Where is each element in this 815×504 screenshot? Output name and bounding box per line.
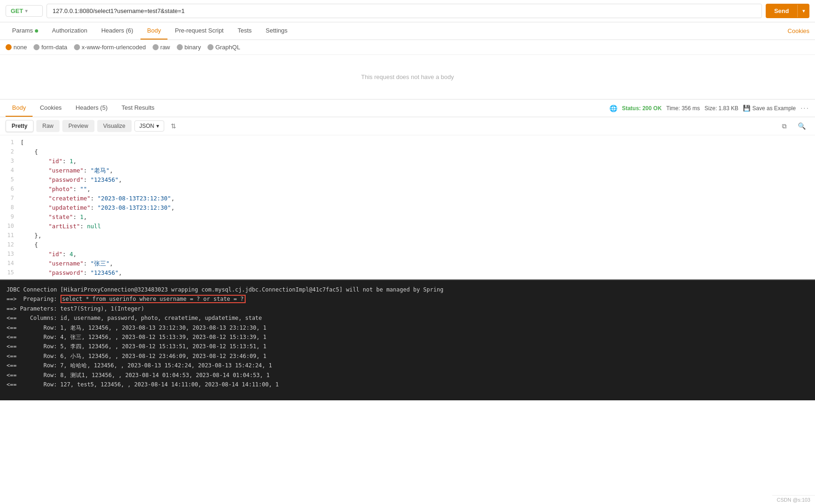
log-line: <== Row: 7, 哈哈哈, 123456, , 2023-08-13 15… — [7, 361, 808, 370]
tab-authorization[interactable]: Authorization — [46, 22, 94, 40]
body-type-raw[interactable]: raw — [153, 44, 170, 51]
log-line: <== Row: 4, 张三, 123456, , 2023-08-12 15:… — [7, 332, 808, 342]
copy-icon[interactable]: ⧉ — [778, 120, 790, 132]
view-visualize-button[interactable]: Visualize — [97, 120, 132, 132]
graphql-radio — [207, 44, 214, 50]
save-icon: 💾 — [743, 105, 750, 112]
send-dropdown-icon[interactable]: ▾ — [797, 5, 809, 17]
binary-radio — [177, 44, 183, 50]
time-badge: Time: 356 ms — [666, 105, 700, 112]
code-line: 2 { — [0, 147, 815, 157]
globe-icon: 🌐 — [609, 105, 617, 112]
method-select[interactable]: GET ▾ — [6, 5, 43, 17]
log-line: <== Row: 1, 老马, 123456, , 2023-08-13 23:… — [7, 323, 808, 332]
tab-headers[interactable]: Headers (6) — [95, 22, 140, 40]
code-line: 9 "state": 1, — [0, 212, 815, 222]
code-area: 1[2 {3 "id": 1,4 "username": "老马",5 "pas… — [0, 135, 815, 279]
toolbar-right-icons: ⧉ 🔍 — [778, 120, 809, 132]
tab-params[interactable]: Params — [6, 22, 45, 40]
format-chevron-icon: ▾ — [156, 123, 159, 129]
tab-tests[interactable]: Tests — [231, 22, 258, 40]
code-line: 14 "username": "张三", — [0, 259, 815, 268]
log-line: <== Row: 8, 测试1, 123456, , 2023-08-14 01… — [7, 371, 808, 380]
view-pretty-button[interactable]: Pretty — [6, 120, 33, 132]
resp-tab-test-results[interactable]: Test Results — [115, 99, 161, 117]
log-line: <== Row: 6, 小马, 123456, , 2023-08-12 23:… — [7, 351, 808, 361]
log-line: ==> Parameters: test7(String), 1(Integer… — [7, 304, 808, 313]
log-line: ==> Preparing: select * from userinfo wh… — [7, 294, 808, 304]
response-section: Body Cookies Headers (5) Test Results 🌐 … — [0, 99, 815, 279]
code-line: 15 "password": "123456", — [0, 268, 815, 278]
urlencoded-radio — [74, 44, 80, 50]
method-chevron-icon: ▾ — [25, 8, 27, 13]
top-bar: GET ▾ Send ▾ — [0, 0, 815, 22]
code-line: 16 "photo": "", — [0, 278, 815, 279]
cookies-link[interactable]: Cookies — [788, 27, 809, 34]
status-badge: Status: 200 OK — [622, 105, 661, 112]
body-type-graphql[interactable]: GraphQL — [207, 44, 240, 51]
format-select[interactable]: JSON ▾ — [134, 120, 164, 132]
resp-tab-headers[interactable]: Headers (5) — [69, 99, 114, 117]
save-example-button[interactable]: 💾 Save as Example — [743, 105, 795, 112]
code-line: 3 "id": 1, — [0, 157, 815, 166]
form-data-radio — [33, 44, 40, 50]
resp-tab-cookies[interactable]: Cookies — [33, 99, 68, 117]
resp-tab-body[interactable]: Body — [6, 99, 33, 117]
params-dot — [35, 29, 38, 33]
code-line: 7 "createtime": "2023-08-13T23:12:30", — [0, 194, 815, 203]
nav-tabs: Params Authorization Headers (6) Body Pr… — [0, 22, 815, 40]
code-line: 6 "photo": "", — [0, 185, 815, 194]
tab-settings[interactable]: Settings — [259, 22, 294, 40]
send-button[interactable]: Send ▾ — [766, 4, 809, 18]
tab-body[interactable]: Body — [140, 22, 167, 40]
code-line: 12 { — [0, 240, 815, 250]
more-options-button[interactable]: ··· — [801, 104, 809, 113]
code-line: 11 }, — [0, 231, 815, 240]
log-line: JDBC Connection [HikariProxyConnection@3… — [7, 285, 808, 294]
response-meta: 🌐 Status: 200 OK Time: 356 ms Size: 1.83… — [609, 104, 809, 113]
body-type-bar: none form-data x-www-form-urlencoded raw… — [0, 40, 815, 55]
no-body-message: This request does not have a body — [0, 55, 815, 99]
code-line: 8 "updatetime": "2023-08-13T23:12:30", — [0, 203, 815, 212]
code-line: 10 "artList": null — [0, 222, 815, 231]
size-badge: Size: 1.83 KB — [705, 105, 739, 112]
response-tabs-bar: Body Cookies Headers (5) Test Results 🌐 … — [0, 99, 815, 117]
none-radio — [6, 44, 12, 50]
console-section: JDBC Connection [HikariProxyConnection@3… — [0, 279, 815, 400]
view-toolbar: Pretty Raw Preview Visualize JSON ▾ ⇅ ⧉ … — [0, 117, 815, 135]
sql-highlight: select * from userinfo where username = … — [60, 295, 246, 303]
code-line: 4 "username": "老马", — [0, 166, 815, 175]
log-line: <== Columns: id, username, password, pho… — [7, 313, 808, 323]
code-line: 13 "id": 4, — [0, 250, 815, 259]
log-line: <== Row: 5, 李四, 123456, , 2023-08-12 15:… — [7, 342, 808, 351]
code-line: 1[ — [0, 138, 815, 147]
tab-pre-request[interactable]: Pre-request Script — [168, 22, 230, 40]
code-line: 5 "password": "123456", — [0, 175, 815, 185]
log-line: <== Row: 127, test5, 123456, , 2023-08-1… — [7, 380, 808, 389]
raw-radio — [153, 44, 159, 50]
body-type-binary[interactable]: binary — [177, 44, 201, 51]
send-label: Send — [766, 4, 797, 18]
view-preview-button[interactable]: Preview — [62, 120, 94, 132]
method-label: GET — [11, 7, 23, 14]
body-type-none[interactable]: none — [6, 44, 27, 51]
search-icon[interactable]: 🔍 — [794, 120, 809, 132]
body-type-urlencoded[interactable]: x-www-form-urlencoded — [74, 44, 146, 51]
body-type-form-data[interactable]: form-data — [33, 44, 67, 51]
view-raw-button[interactable]: Raw — [36, 120, 60, 132]
url-input[interactable] — [47, 4, 762, 18]
sort-icon[interactable]: ⇅ — [167, 120, 180, 132]
